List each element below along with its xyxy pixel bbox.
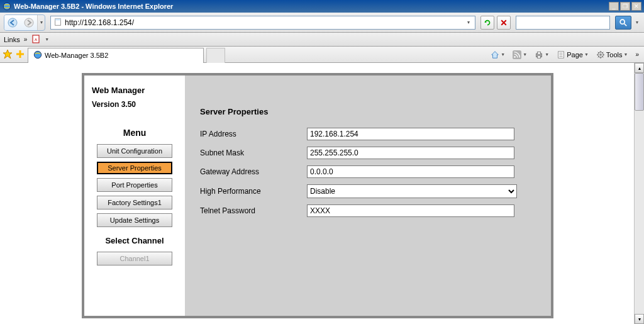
maximize-button[interactable]: ❐ bbox=[620, 2, 630, 11]
menu-factory-settings[interactable]: Factory Settings1 bbox=[97, 196, 172, 209]
menu-label: Update Settings bbox=[110, 216, 159, 224]
search-dropdown[interactable]: ▾ bbox=[634, 20, 640, 25]
high-performance-select[interactable]: Disable bbox=[307, 184, 517, 198]
feeds-dropdown[interactable]: ▼ bbox=[523, 52, 527, 57]
links-label: Links bbox=[4, 36, 20, 43]
web-manager-frame: Web Manager Version 3.50 Menu Unit Confi… bbox=[82, 73, 553, 318]
ip-address-input[interactable] bbox=[307, 128, 514, 140]
section-title: Server Properties bbox=[200, 107, 536, 116]
page-menu-dropdown[interactable]: ▼ bbox=[584, 52, 589, 57]
tools-menu-label: Tools bbox=[606, 51, 623, 59]
links-toolbar: Links » A ▼ bbox=[0, 33, 644, 47]
app-version: Version 3.50 bbox=[92, 100, 136, 109]
refresh-button[interactable] bbox=[480, 16, 494, 30]
ie-icon bbox=[33, 50, 42, 60]
links-expand-icon[interactable]: » bbox=[24, 36, 28, 43]
minimize-button[interactable]: _ bbox=[609, 2, 619, 11]
tools-menu[interactable]: Tools ▼ bbox=[594, 49, 631, 60]
ie-icon bbox=[3, 2, 11, 11]
svg-rect-12 bbox=[538, 52, 541, 54]
high-performance-label: High Performance bbox=[200, 187, 307, 196]
svg-rect-4 bbox=[55, 18, 61, 20]
menu-label: Port Properties bbox=[111, 181, 157, 189]
gateway-address-input[interactable] bbox=[307, 165, 514, 178]
home-button[interactable]: ▼ bbox=[488, 49, 508, 60]
favorites-icon[interactable] bbox=[3, 49, 13, 60]
window-title: Web-Manager 3.5B2 - Windows Internet Exp… bbox=[14, 3, 173, 10]
telnet-password-input[interactable] bbox=[307, 204, 514, 217]
svg-text:A: A bbox=[35, 38, 37, 42]
ip-address-label: IP Address bbox=[200, 130, 307, 138]
scroll-down-button[interactable]: ▾ bbox=[635, 314, 644, 324]
svg-point-10 bbox=[514, 56, 516, 58]
menu-label: Unit Configuration bbox=[107, 147, 162, 155]
scroll-track[interactable] bbox=[635, 73, 644, 314]
tab-toolbar: Web-Manager 3.5B2 ▼ ▼ ▼ Page ▼ Tools ▼ » bbox=[0, 47, 644, 63]
main-panel: Server Properties IP Address Subnet Mask… bbox=[185, 75, 551, 316]
tab-title: Web-Manager 3.5B2 bbox=[45, 52, 108, 59]
print-button[interactable]: ▼ bbox=[532, 49, 552, 60]
scroll-up-button[interactable]: ▴ bbox=[635, 63, 644, 73]
feeds-button[interactable]: ▼ bbox=[510, 49, 530, 60]
svg-point-8 bbox=[34, 51, 41, 58]
tools-menu-dropdown[interactable]: ▼ bbox=[624, 52, 628, 57]
menu-server-properties[interactable]: Server Properties bbox=[97, 162, 172, 174]
page-icon bbox=[53, 18, 62, 28]
app-title: Web Manager bbox=[92, 86, 145, 95]
stop-button[interactable] bbox=[497, 16, 511, 30]
nav-history-dropdown[interactable]: ▾ bbox=[37, 15, 45, 30]
svg-point-1 bbox=[8, 18, 17, 27]
svg-point-2 bbox=[25, 18, 33, 27]
page-menu-label: Page bbox=[567, 51, 583, 59]
svg-rect-9 bbox=[513, 50, 521, 59]
gateway-address-label: Gateway Address bbox=[200, 167, 307, 176]
pdf-icon[interactable]: A bbox=[31, 34, 41, 45]
window-title-bar: Web-Manager 3.5B2 - Windows Internet Exp… bbox=[0, 0, 644, 13]
scroll-thumb[interactable] bbox=[635, 73, 644, 111]
forward-button[interactable] bbox=[21, 15, 37, 30]
page-menu[interactable]: Page ▼ bbox=[554, 49, 591, 60]
subnet-mask-label: Subnet Mask bbox=[200, 148, 307, 157]
menu-label: Channel1 bbox=[119, 255, 149, 262]
telnet-password-label: Telnet Password bbox=[200, 206, 307, 215]
menu-label: Factory Settings1 bbox=[108, 199, 162, 206]
menu-update-settings[interactable]: Update Settings bbox=[97, 213, 172, 227]
menu-port-properties[interactable]: Port Properties bbox=[97, 178, 172, 192]
close-button[interactable]: ✕ bbox=[631, 2, 641, 11]
browser-tab[interactable]: Web-Manager 3.5B2 bbox=[28, 48, 204, 63]
subnet-mask-input[interactable] bbox=[307, 147, 514, 159]
menu-label: Server Properties bbox=[108, 164, 162, 172]
add-favorite-icon[interactable] bbox=[15, 49, 25, 60]
sidebar: Web Manager Version 3.50 Menu Unit Confi… bbox=[84, 75, 185, 316]
svg-point-0 bbox=[3, 3, 10, 9]
window-controls: _ ❐ ✕ bbox=[609, 2, 641, 11]
select-channel-header: Select Channel bbox=[105, 236, 164, 245]
print-dropdown[interactable]: ▼ bbox=[545, 52, 549, 57]
address-dropdown[interactable]: ▾ bbox=[465, 20, 472, 25]
new-tab-button[interactable] bbox=[206, 48, 225, 63]
vertical-scrollbar[interactable]: ▴ ▾ bbox=[634, 63, 644, 324]
menu-header: Menu bbox=[123, 128, 147, 138]
toolbar-overflow-icon[interactable]: » bbox=[633, 51, 641, 58]
home-dropdown[interactable]: ▼ bbox=[501, 52, 505, 57]
channel1-button[interactable]: Channel1 bbox=[97, 252, 172, 265]
navigation-toolbar: ▾ ▾ ▾ bbox=[0, 13, 644, 33]
address-bar[interactable]: ▾ bbox=[50, 16, 475, 30]
svg-point-16 bbox=[599, 53, 602, 56]
content-area: Web Manager Version 3.50 Menu Unit Confi… bbox=[0, 63, 644, 324]
svg-point-5 bbox=[620, 20, 625, 24]
back-button[interactable] bbox=[4, 15, 21, 30]
search-button[interactable] bbox=[615, 16, 631, 30]
pdf-dropdown[interactable]: ▼ bbox=[45, 37, 49, 42]
address-input[interactable] bbox=[65, 18, 465, 27]
svg-rect-13 bbox=[538, 55, 541, 58]
back-forward-group: ▾ bbox=[4, 14, 45, 31]
menu-unit-configuration[interactable]: Unit Configuration bbox=[97, 144, 172, 158]
search-input[interactable] bbox=[516, 16, 610, 30]
